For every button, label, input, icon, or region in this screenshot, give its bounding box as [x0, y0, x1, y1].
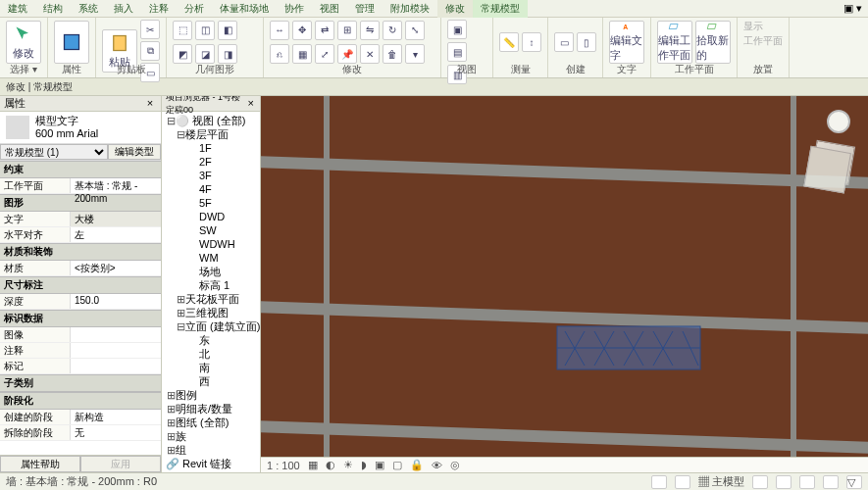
tree-fp-item[interactable]: 2F: [164, 155, 258, 169]
tree-fp-item[interactable]: 1F: [164, 141, 258, 155]
tab-annotate[interactable]: 注释: [141, 0, 177, 18]
tree-views[interactable]: ⊟⚪ 视图 (全部): [164, 114, 258, 127]
filter-icon[interactable]: ▽: [846, 475, 862, 489]
tree-fp-item[interactable]: WM: [164, 251, 258, 265]
prop-val[interactable]: 左: [71, 227, 161, 242]
tab-arch[interactable]: 建筑: [0, 0, 35, 18]
prop-row[interactable]: 深度150.0: [0, 294, 161, 310]
view1-button[interactable]: ▣: [447, 20, 467, 39]
tab-view[interactable]: 视图: [312, 0, 347, 18]
pick-workplane-button[interactable]: 拾取新的: [695, 21, 731, 64]
prop-cat-subcategory[interactable]: 子类别: [0, 374, 161, 392]
status-icon[interactable]: [651, 475, 667, 489]
cut-geom-button[interactable]: ◫: [195, 21, 215, 40]
tab-addins[interactable]: 附加模块: [383, 0, 437, 18]
geom5-button[interactable]: ◪: [195, 44, 215, 64]
prop-cat-phasing[interactable]: 阶段化: [0, 392, 161, 410]
cope-button[interactable]: ⬚: [173, 21, 192, 40]
tree-links[interactable]: 🔗 Revit 链接: [164, 457, 258, 470]
tree-fp-item[interactable]: 4F: [164, 182, 258, 196]
prop-val[interactable]: 大楼: [71, 212, 161, 226]
shadows-icon[interactable]: ◗: [361, 459, 367, 471]
tree-schedules[interactable]: ⊞明细表/数量: [164, 402, 258, 416]
crop-visible-icon[interactable]: ▢: [392, 459, 402, 471]
status-icon[interactable]: [799, 475, 815, 489]
type-selector[interactable]: 模型文字600 mm Arial: [0, 112, 161, 143]
prop-row[interactable]: 拆除的阶段无: [0, 425, 161, 441]
status-icon[interactable]: [752, 475, 768, 489]
properties-help-button[interactable]: 属性帮助: [0, 456, 80, 472]
tab-manage[interactable]: 管理: [347, 0, 383, 18]
scale-button[interactable]: ⤢: [315, 44, 334, 64]
dimension-button[interactable]: ↕: [522, 32, 541, 52]
mirror-button[interactable]: ⇋: [360, 21, 380, 40]
join-button[interactable]: ◧: [218, 21, 237, 40]
status-icon[interactable]: [823, 475, 839, 489]
rotate-button[interactable]: ↻: [383, 21, 402, 40]
prop-row[interactable]: 创建的阶段新构造: [0, 410, 161, 425]
scale-control[interactable]: 1 : 100: [267, 460, 300, 471]
prop-cat-dimensions[interactable]: 尺寸标注: [0, 276, 161, 294]
array-button[interactable]: ▦: [292, 44, 312, 64]
edit-workplane-button[interactable]: 编辑工作平面: [657, 21, 692, 64]
ribbon-expand-icon[interactable]: ▣ ▾: [838, 2, 868, 15]
browser-close-icon[interactable]: ×: [245, 97, 256, 111]
copy-mod-button[interactable]: ⊞: [337, 21, 357, 40]
temp-hide-icon[interactable]: 👁: [432, 460, 442, 471]
cut-button[interactable]: ✂: [140, 20, 160, 39]
selected-model-text[interactable]: [555, 317, 702, 375]
prop-cat-constraints[interactable]: 约束: [0, 161, 161, 178]
tab-insert[interactable]: 插入: [106, 0, 141, 18]
prop-val[interactable]: [71, 343, 161, 358]
offset-button[interactable]: ⇄: [315, 21, 334, 40]
tree-fp-item[interactable]: 3F: [164, 169, 258, 182]
unpin-button[interactable]: ✕: [360, 44, 380, 64]
mod14-button[interactable]: ▾: [405, 44, 425, 64]
edit-text-button[interactable]: A编辑文字: [609, 21, 644, 64]
prop-row[interactable]: 标记: [0, 359, 161, 374]
geom6-button[interactable]: ◨: [218, 44, 237, 64]
align-button[interactable]: ↔: [270, 21, 289, 40]
prop-val[interactable]: [71, 359, 161, 373]
tab-sys[interactable]: 系统: [71, 0, 106, 18]
status-icon[interactable]: [776, 475, 791, 489]
tree-ceiling[interactable]: ⊞天花板平面: [164, 292, 258, 306]
viewcube[interactable]: [810, 140, 855, 185]
crop-icon[interactable]: ▣: [375, 459, 384, 471]
view2-button[interactable]: ▤: [447, 42, 467, 62]
tab-struct[interactable]: 结构: [35, 0, 71, 18]
tree-groups[interactable]: ⊞组: [164, 443, 258, 457]
tab-analyze[interactable]: 分析: [177, 0, 212, 18]
edit-type-button[interactable]: 编辑类型: [108, 144, 161, 160]
tree-elev-item[interactable]: 南: [164, 361, 258, 374]
tree-elev-item[interactable]: 西: [164, 374, 258, 388]
tree-floorplans[interactable]: ⊟楼层平面: [164, 127, 258, 141]
create2-button[interactable]: ▯: [577, 32, 596, 52]
tree-elev[interactable]: ⊟立面 (建筑立面): [164, 319, 258, 333]
delete-button[interactable]: 🗑: [383, 44, 402, 64]
status-model[interactable]: ▦ 主模型: [698, 474, 744, 489]
tree-elev-item[interactable]: 东: [164, 333, 258, 347]
modify-button[interactable]: 修改: [6, 21, 41, 64]
prop-val[interactable]: 新构造: [71, 410, 161, 424]
tree-families[interactable]: ⊞族: [164, 429, 258, 443]
trim-button[interactable]: ⤡: [405, 21, 425, 40]
properties-button[interactable]: [54, 21, 89, 64]
move-button[interactable]: ✥: [292, 21, 312, 40]
sun-path-icon[interactable]: ☀: [343, 459, 353, 471]
measure-button[interactable]: 📏: [499, 32, 519, 52]
prop-row[interactable]: 材质<按类别>: [0, 261, 161, 276]
geom4-button[interactable]: ◩: [173, 44, 192, 64]
tree-fp-item[interactable]: SW: [164, 223, 258, 237]
reveal-icon[interactable]: ◎: [450, 459, 460, 471]
tree-fp-item[interactable]: 场地: [164, 265, 258, 278]
tree-fp-item[interactable]: DWD: [164, 210, 258, 223]
tree-elev-item[interactable]: 北: [164, 347, 258, 361]
prop-row[interactable]: 文字大楼: [0, 212, 161, 227]
copy-button[interactable]: ⧉: [140, 41, 160, 61]
split-button[interactable]: ⎌: [270, 44, 289, 64]
prop-row[interactable]: 图像: [0, 327, 161, 343]
lock-icon[interactable]: 🔒: [410, 459, 424, 471]
apply-button[interactable]: 应用: [80, 456, 161, 472]
instance-filter[interactable]: 常规模型 (1): [0, 144, 108, 160]
